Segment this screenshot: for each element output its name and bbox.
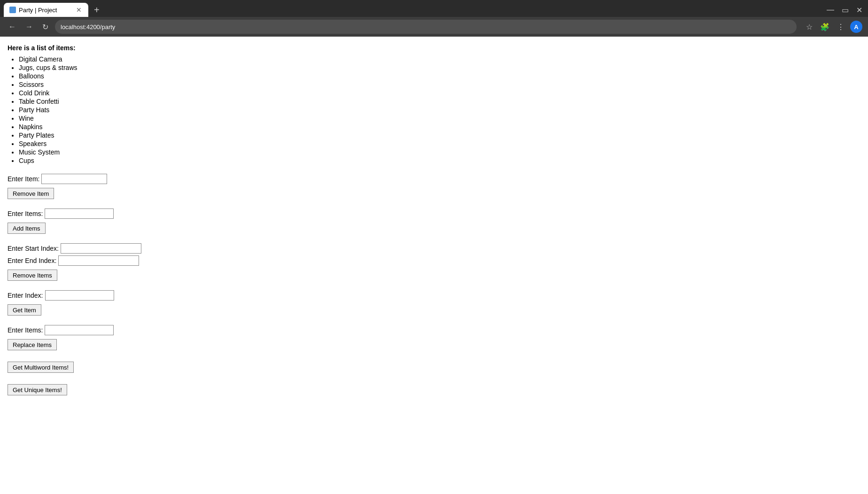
tab-bar: Party | Project ✕ + — ▭ ✕ <box>0 0 868 17</box>
list-item: Music System <box>19 148 860 156</box>
get-item-label: Enter Index: <box>8 292 43 299</box>
nav-right-icons: ☆ 🧩 ⋮ A <box>804 21 862 33</box>
remove-items-end-row: Enter End Index: <box>8 255 860 266</box>
bookmark-icon[interactable]: ☆ <box>804 22 814 32</box>
tab-bar-close[interactable]: ✕ <box>854 5 864 15</box>
list-item: Digital Camera <box>19 55 860 63</box>
extensions-icon[interactable]: 🧩 <box>818 22 831 32</box>
remove-items-start-input[interactable] <box>61 243 141 254</box>
tab-bar-minimize[interactable]: — <box>825 5 836 15</box>
replace-items-section: Enter Items: Replace Items <box>8 325 860 350</box>
tab-title: Party | Project <box>19 7 72 14</box>
nav-bar: ← → ↻ ☆ 🧩 ⋮ A <box>0 17 868 37</box>
tab-favicon <box>9 7 16 13</box>
list-item: Balloons <box>19 72 860 80</box>
remove-items-button[interactable]: Remove Items <box>8 270 57 281</box>
replace-items-button[interactable]: Replace Items <box>8 339 57 350</box>
tab-close-button[interactable]: ✕ <box>75 6 83 14</box>
remove-item-button[interactable]: Remove Item <box>8 188 54 199</box>
get-unique-section: Get Unique Items! <box>8 382 860 395</box>
items-list: Digital CameraJugs, cups & strawsBalloon… <box>8 55 860 164</box>
get-unique-button[interactable]: Get Unique Items! <box>8 384 67 395</box>
browser-menu-icon[interactable]: ⋮ <box>835 22 846 32</box>
active-tab[interactable]: Party | Project ✕ <box>4 3 88 17</box>
remove-item-section: Enter Item: Remove Item <box>8 174 860 199</box>
get-multiword-section: Get Multiword Items! <box>8 360 860 373</box>
tab-bar-right: — ▭ ✕ <box>825 5 864 15</box>
list-item: Scissors <box>19 81 860 88</box>
list-item: Cold Drink <box>19 89 860 97</box>
back-button[interactable]: ← <box>6 21 19 33</box>
get-item-button[interactable]: Get Item <box>8 304 41 316</box>
list-item: Wine <box>19 115 860 122</box>
remove-items-start-label: Enter Start Index: <box>8 245 59 252</box>
page-heading: Here is a list of items: <box>8 44 860 52</box>
remove-item-row: Enter Item: <box>8 174 860 184</box>
add-items-label: Enter Items: <box>8 210 43 217</box>
remove-item-input[interactable] <box>41 174 107 184</box>
list-item: Table Confetti <box>19 98 860 105</box>
list-item: Jugs, cups & straws <box>19 64 860 71</box>
forward-button[interactable]: → <box>23 21 36 33</box>
list-item: Party Hats <box>19 106 860 114</box>
replace-items-input[interactable] <box>45 325 114 335</box>
remove-items-section: Enter Start Index: Enter End Index: Remo… <box>8 243 860 281</box>
get-item-input[interactable] <box>45 290 114 301</box>
get-item-section: Enter Index: Get Item <box>8 290 860 316</box>
list-item: Napkins <box>19 123 860 131</box>
remove-items-end-label: Enter End Index: <box>8 257 56 264</box>
new-tab-button[interactable]: + <box>90 3 103 17</box>
get-multiword-button[interactable]: Get Multiword Items! <box>8 362 74 373</box>
remove-items-end-input[interactable] <box>58 255 139 266</box>
list-item: Speakers <box>19 140 860 147</box>
replace-items-row: Enter Items: <box>8 325 860 335</box>
get-item-row: Enter Index: <box>8 290 860 301</box>
tab-bar-restore[interactable]: ▭ <box>840 5 851 15</box>
address-bar-container[interactable] <box>55 20 797 34</box>
remove-item-label: Enter Item: <box>8 175 39 183</box>
add-items-row: Enter Items: <box>8 208 860 219</box>
page-content: Here is a list of items: Digital CameraJ… <box>0 37 868 412</box>
remove-items-start-row: Enter Start Index: <box>8 243 860 254</box>
profile-icon[interactable]: A <box>850 21 862 33</box>
refresh-button[interactable]: ↻ <box>39 21 51 33</box>
list-item: Cups <box>19 157 860 164</box>
replace-items-label: Enter Items: <box>8 326 43 334</box>
add-items-button[interactable]: Add Items <box>8 223 46 234</box>
add-items-input[interactable] <box>45 208 114 219</box>
browser-chrome: Party | Project ✕ + — ▭ ✕ ← → ↻ ☆ 🧩 ⋮ A <box>0 0 868 37</box>
address-bar[interactable] <box>61 23 791 31</box>
list-item: Party Plates <box>19 131 860 139</box>
add-items-section: Enter Items: Add Items <box>8 208 860 234</box>
